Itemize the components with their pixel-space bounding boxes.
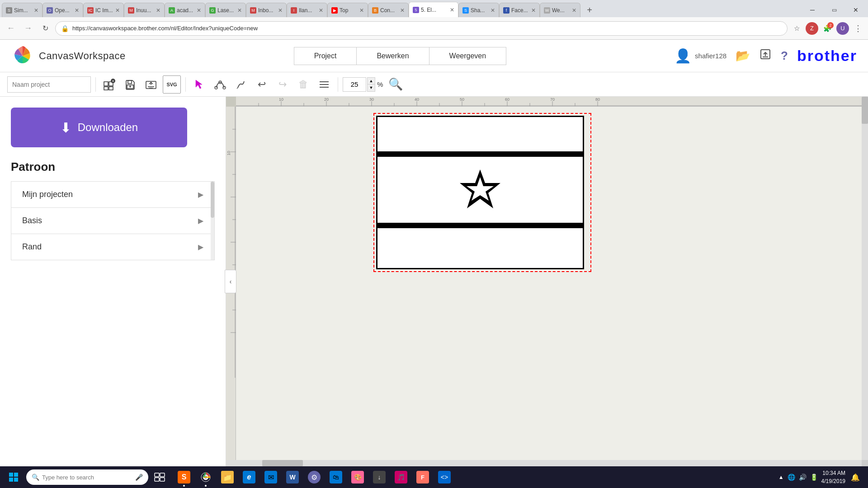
panel-collapse-button[interactable]: ‹ [225, 270, 236, 293]
extensions-button[interactable]: 🧩 2 [821, 22, 834, 35]
close-button[interactable]: ✕ [845, 3, 866, 17]
taskbar-app-word[interactable]: W [282, 467, 303, 488]
taskbar-app-mail[interactable]: ✉ [260, 467, 281, 488]
task-view-button[interactable] [149, 467, 170, 488]
folder-icon-button[interactable]: 📂 [736, 49, 750, 63]
tab[interactable]: S Sim... ✕ [2, 3, 42, 17]
tab[interactable]: B Con... ✕ [368, 3, 409, 17]
address-box[interactable]: 🔒 https://canvasworkspace.brother.com/nl… [55, 21, 788, 36]
microphone-icon[interactable]: 🎤 [135, 474, 143, 481]
tab[interactable]: IC IC Im... ✕ [83, 3, 124, 17]
tab[interactable]: O Ope... ✕ [42, 3, 83, 17]
tab-close-icon[interactable]: ✕ [359, 7, 364, 14]
svg-button[interactable]: SVG [163, 75, 181, 94]
bookmark-button[interactable]: ☆ [790, 22, 803, 35]
network-icon[interactable]: 🌐 [788, 474, 795, 481]
list-scroll-thumb[interactable] [211, 182, 214, 218]
select-tool-button[interactable] [190, 75, 208, 94]
tab-close-icon[interactable]: ✕ [197, 7, 201, 14]
redo-button[interactable]: ↪ [274, 75, 292, 94]
tab-close-icon[interactable]: ✕ [400, 7, 405, 14]
taskbar-app-figma[interactable]: F [412, 467, 433, 488]
profile-button[interactable]: Z [806, 22, 818, 35]
tab-close-icon[interactable]: ✕ [34, 7, 38, 14]
add-grid-button[interactable]: + [100, 75, 118, 94]
tab[interactable]: M Inbo... ✕ [246, 3, 287, 17]
nav-tab-project[interactable]: Project [294, 47, 357, 65]
nav-tab-bewerken[interactable]: Bewerken [357, 47, 429, 65]
tab-close-icon[interactable]: ✕ [278, 7, 283, 14]
taskbar-app-music[interactable]: 🎵 [391, 467, 411, 488]
tab-close-icon[interactable]: ✕ [531, 7, 536, 14]
taskbar-app-code[interactable]: <> [434, 467, 455, 488]
taskbar-app-store[interactable]: 🛍 [326, 467, 346, 488]
tab[interactable]: I Ilan... ✕ [287, 3, 327, 17]
export-icon-button[interactable] [759, 48, 772, 64]
tab-close-icon[interactable]: ✕ [75, 7, 79, 14]
zoom-down-button[interactable]: ▼ [367, 84, 375, 92]
undo-button[interactable]: ↩ [253, 75, 271, 94]
taskbar-app-chrome[interactable] [195, 467, 216, 488]
taskbar-app-sublime[interactable]: S [174, 467, 194, 488]
help-icon-button[interactable]: ? [781, 49, 788, 63]
canvas-scrollbar-bottom[interactable] [226, 460, 862, 466]
refresh-button[interactable]: ↻ [38, 21, 52, 36]
design-element-container[interactable] [376, 116, 589, 269]
taskbar-app-settings[interactable]: ⚙ [304, 467, 325, 488]
svg-text:+: + [112, 79, 114, 83]
taskbar-app-explorer[interactable]: 📁 [217, 467, 238, 488]
taskbar-app-edge[interactable]: e [239, 467, 259, 488]
export-button[interactable] [142, 75, 160, 94]
project-name-input[interactable] [7, 76, 91, 93]
nav-tab-weergeven[interactable]: Weergeven [429, 47, 507, 65]
tab-close-icon[interactable]: ✕ [237, 7, 242, 14]
forward-button[interactable]: → [21, 21, 35, 36]
tab[interactable]: A acad... ✕ [165, 3, 205, 17]
minimize-button[interactable]: ─ [802, 3, 823, 17]
list-item-mijn-projecten[interactable]: Mijn projecten ▶ [11, 182, 214, 208]
tab[interactable]: S Sha... ✕ [458, 3, 499, 17]
restore-button[interactable]: ▭ [824, 3, 844, 17]
flag-design[interactable] [376, 116, 584, 269]
start-button[interactable] [2, 466, 25, 488]
tray-chevron[interactable]: ▲ [778, 474, 784, 480]
save-button[interactable] [121, 75, 139, 94]
tab[interactable]: W We... ✕ [540, 3, 580, 17]
scrollbar-thumb-bottom[interactable] [262, 460, 303, 466]
pen-tool-button[interactable] [232, 75, 250, 94]
notification-button[interactable]: 🔔 [849, 471, 862, 483]
taskbar-app-paint[interactable]: 🎨 [347, 467, 368, 488]
tab-active[interactable]: 5 5. El... ✕ [409, 2, 458, 17]
node-edit-button[interactable] [211, 75, 229, 94]
tab-close-icon[interactable]: ✕ [450, 7, 454, 13]
list-item-rand[interactable]: Rand ▶ [11, 234, 214, 260]
zoom-input[interactable] [343, 77, 366, 92]
download-button[interactable]: ⬇ Downloaden [11, 108, 187, 147]
tab[interactable]: f Face... ✕ [499, 3, 540, 17]
list-item-basis[interactable]: Basis ▶ [11, 208, 214, 234]
tab-close-icon[interactable]: ✕ [156, 7, 160, 14]
scrollbar-thumb-right[interactable] [862, 97, 868, 124]
taskbar-search[interactable]: 🔍 Type here to search 🎤 [26, 469, 148, 485]
taskbar-time-date[interactable]: 10:34 AM 4/19/2019 [821, 469, 845, 485]
tab[interactable]: G Lase... ✕ [205, 3, 246, 17]
search-button[interactable]: 🔍 [388, 77, 403, 91]
user-avatar-button[interactable]: U [836, 22, 849, 35]
new-tab-button[interactable]: + [582, 3, 597, 17]
tab[interactable]: ▶ Top ✕ [327, 3, 368, 17]
battery-icon[interactable]: 🔋 [810, 474, 818, 481]
delete-button[interactable]: 🗑 [294, 75, 312, 94]
back-button[interactable]: ← [4, 21, 18, 36]
tab-close-icon[interactable]: ✕ [319, 7, 323, 14]
canvas-scrollbar-right[interactable] [862, 97, 868, 460]
canvas-page[interactable] [236, 107, 862, 460]
align-button[interactable] [315, 75, 333, 94]
taskbar-app-download[interactable]: ↓ [369, 467, 390, 488]
tab-close-icon[interactable]: ✕ [572, 7, 576, 14]
tab-close-icon[interactable]: ✕ [491, 7, 495, 14]
more-menu-button[interactable]: ⋮ [852, 22, 864, 35]
volume-icon[interactable]: 🔊 [799, 474, 807, 481]
tab-close-icon[interactable]: ✕ [115, 7, 120, 14]
tab[interactable]: M Inuu... ✕ [124, 3, 165, 17]
zoom-up-button[interactable]: ▲ [367, 77, 375, 84]
